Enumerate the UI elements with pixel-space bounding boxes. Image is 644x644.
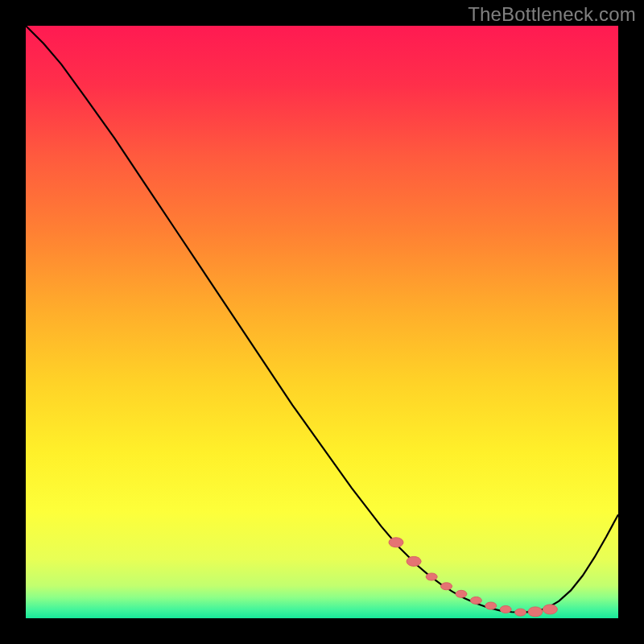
- marker-bead: [543, 605, 557, 614]
- marker-bead: [389, 538, 403, 547]
- marker-bead: [515, 609, 526, 616]
- marker-bead: [456, 590, 467, 597]
- chart-frame: TheBottleneck.com: [0, 0, 644, 644]
- chart-background: [26, 26, 618, 618]
- marker-bead: [470, 597, 481, 604]
- marker-bead: [500, 605, 511, 613]
- marker-bead: [426, 573, 437, 580]
- marker-bead: [441, 583, 452, 590]
- plot-area: [26, 26, 618, 618]
- chart-svg: [26, 26, 618, 618]
- marker-bead: [407, 556, 421, 566]
- watermark-text: TheBottleneck.com: [468, 3, 636, 26]
- marker-bead: [485, 602, 497, 609]
- marker-bead: [528, 607, 543, 617]
